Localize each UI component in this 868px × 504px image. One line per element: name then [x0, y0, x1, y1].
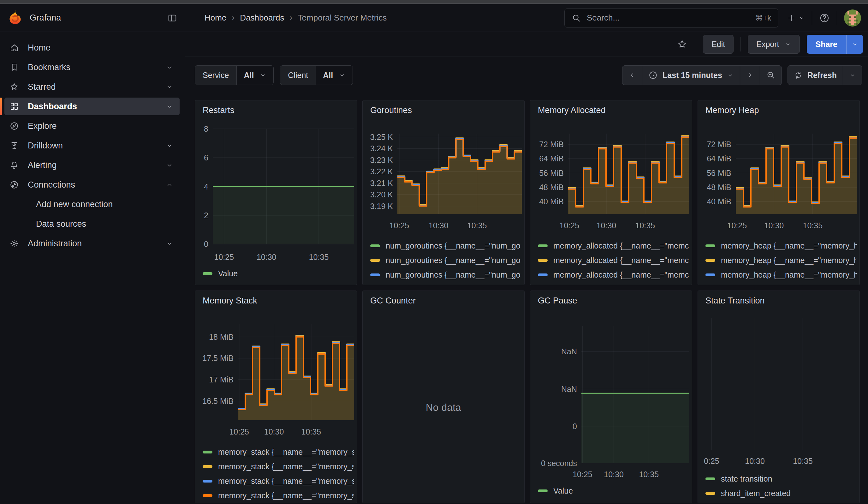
breadcrumb: Home›Dashboards›Temporal Server Metrics [205, 13, 387, 23]
svg-text:3.21 K: 3.21 K [370, 179, 393, 187]
sidebar-item-data-sources[interactable]: Data sources [4, 215, 179, 233]
breadcrumb-item-home[interactable]: Home [205, 13, 226, 23]
nav-icons [787, 10, 861, 27]
chart-canvas: 10:2510:3010:3586420 [195, 101, 356, 284]
plus-icon [787, 13, 796, 23]
legend-label: memory_allocated {__name__="memc [553, 256, 689, 265]
svg-text:10:35: 10:35 [309, 253, 329, 261]
panel-title[interactable]: Memory Heap [705, 105, 759, 115]
sidebar-item-label: Drilldown [28, 141, 63, 151]
legend-item[interactable]: memory_allocated {__name__="memc [538, 282, 689, 286]
legend-item[interactable]: memory_heap {__name__="memory_h [705, 238, 857, 253]
sidebar-item-dashboards[interactable]: Dashboards [4, 97, 179, 115]
sidebar-item-label: Starred [28, 82, 56, 92]
connections-icon [9, 180, 20, 189]
divider [812, 11, 812, 25]
sidebar-item-bookmarks[interactable]: Bookmarks [4, 59, 179, 76]
sidebar-item-home[interactable]: Home [4, 39, 179, 56]
svg-text:64 MiB: 64 MiB [539, 154, 564, 163]
panel-toggle-icon [168, 13, 177, 23]
legend-item[interactable]: memory_allocated {__name__="memc [538, 253, 689, 267]
legend-label: num_goroutines {__name__="num_go [386, 256, 520, 265]
sidebar-toggle-button[interactable] [168, 13, 177, 23]
legend-label: num_goroutines {__name__="num_go [386, 270, 520, 279]
search-box[interactable]: ⌘+k [564, 8, 778, 28]
legend-label: memory_allocated {__name__="memc [553, 241, 689, 250]
panel-title[interactable]: State Transition [705, 296, 765, 306]
nav-main: Home›Dashboards›Temporal Server Metrics … [184, 4, 868, 32]
sidebar-item-connections[interactable]: Connections [4, 176, 179, 194]
favorite-star-button[interactable] [677, 39, 688, 50]
svg-text:10:35: 10:35 [301, 427, 321, 436]
share-options-button[interactable] [846, 35, 863, 54]
legend-item[interactable]: num_goroutines {__name__="num_go [370, 267, 522, 282]
sidebar-item-add-new-connection[interactable]: Add new connection [4, 195, 179, 213]
grafana-logo[interactable] [8, 10, 22, 26]
panel-legend: Value [538, 483, 689, 498]
avatar[interactable] [844, 10, 861, 27]
svg-text:48 MiB: 48 MiB [707, 183, 731, 192]
share-button[interactable]: Share [807, 35, 846, 54]
legend-label: memory_allocated {__name__="memc [553, 285, 689, 286]
panel-title[interactable]: Memory Stack [203, 296, 257, 306]
search-input[interactable] [586, 13, 755, 23]
legend-item[interactable]: memory_allocated {__name__="memc [538, 267, 689, 282]
sidebar-item-starred[interactable]: Starred [4, 78, 179, 96]
sidebar-item-administration[interactable]: Administration [4, 235, 179, 252]
legend-item[interactable]: memory_heap {__name__="memory_h [705, 282, 857, 286]
export-button-label: Export [756, 40, 779, 49]
sidebar-item-explore[interactable]: Explore [4, 117, 179, 135]
legend-label: memory_stack {__name__="memory_s [218, 491, 354, 500]
panel-title[interactable]: Goroutines [370, 105, 412, 115]
chevron-up-icon [166, 181, 173, 188]
breadcrumb-separator: › [290, 13, 292, 23]
legend-swatch [370, 274, 380, 276]
panel-title[interactable]: Restarts [203, 105, 235, 115]
svg-text:0: 0 [204, 240, 208, 248]
legend-item[interactable]: num_goroutines {__name__="num_go [370, 238, 522, 253]
panel-title[interactable]: GC Counter [370, 296, 416, 306]
svg-text:72 MiB: 72 MiB [707, 140, 731, 149]
panel-title[interactable]: GC Pause [538, 296, 577, 306]
legend-label: memory_stack {__name__="memory_s [218, 476, 354, 486]
svg-text:16.5 MiB: 16.5 MiB [202, 397, 234, 405]
panel-title[interactable]: Memory Allocated [538, 105, 606, 115]
legend-swatch [203, 451, 213, 453]
legend-item[interactable]: memory_allocated {__name__="memc [538, 238, 689, 253]
search-icon [572, 13, 581, 23]
sidebar-item-alerting[interactable]: Alerting [4, 156, 179, 174]
legend-item[interactable]: num_goroutines {__name__="num_go [370, 282, 522, 286]
svg-text:8: 8 [204, 124, 208, 133]
edit-button[interactable]: Edit [703, 35, 734, 54]
legend-swatch [203, 272, 213, 275]
legend-item[interactable]: memory_heap {__name__="memory_h [705, 267, 857, 282]
sidebar-item-label: Alerting [28, 161, 57, 170]
chevron-down-icon [851, 41, 858, 48]
help-icon [819, 13, 830, 23]
legend-item[interactable]: memory_heap {__name__="memory_h [705, 253, 857, 267]
chevron-down-icon [166, 240, 173, 247]
breadcrumb-item-dashboards[interactable]: Dashboards [240, 13, 284, 23]
legend-item[interactable]: Value [203, 266, 354, 281]
export-button[interactable]: Export [748, 35, 799, 54]
svg-text:56 MiB: 56 MiB [539, 169, 564, 177]
legend-item[interactable]: memory_stack {__name__="memory_s [203, 459, 354, 474]
legend-swatch [203, 465, 213, 468]
add-button[interactable] [787, 13, 805, 23]
legend-item[interactable]: memory_stack {__name__="memory_s [203, 488, 354, 503]
panel-grid: Restarts10:2510:3010:3586420ValueGorouti… [185, 57, 868, 504]
svg-text:3.23 K: 3.23 K [370, 156, 393, 165]
legend-label: memory_allocated {__name__="memc [553, 270, 689, 279]
legend-item[interactable]: memory_stack {__name__="memory_s [203, 474, 354, 488]
breadcrumb-item-temporal-server-metrics: Temporal Server Metrics [298, 13, 387, 23]
legend-item[interactable]: num_goroutines {__name__="num_go [370, 253, 522, 267]
legend-item[interactable]: state transition [705, 472, 857, 486]
legend-item[interactable]: Value [538, 483, 689, 498]
panel-legend: memory_stack {__name__="memory_smemory_s… [203, 445, 354, 503]
legend-item[interactable]: shard_item_created [705, 486, 857, 501]
breadcrumb-separator: › [232, 13, 235, 23]
help-button[interactable] [819, 13, 830, 23]
sidebar-item-drilldown[interactable]: Drilldown [4, 137, 179, 154]
legend-item[interactable]: memory_stack {__name__="memory_s [203, 445, 354, 459]
svg-text:10:30: 10:30 [428, 221, 448, 230]
